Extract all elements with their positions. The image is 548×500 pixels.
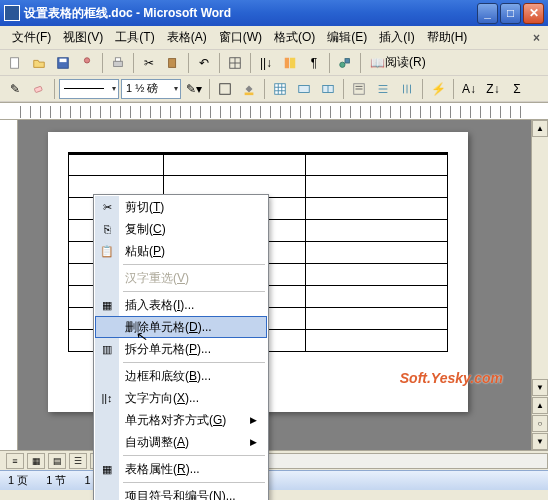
separator [54,79,55,99]
svg-rect-11 [290,57,295,68]
menubar: 文件(F) 视图(V) 工具(T) 表格(A) 窗口(W) 格式(O) 编辑(E… [0,26,548,50]
menu-item-label: 插入表格(I)... [125,297,194,314]
context-menu-item[interactable]: ✂剪切(T) [95,196,267,218]
context-menu-separator [123,362,265,363]
menu-edit[interactable]: 编辑(E) [321,26,373,49]
svg-rect-2 [60,58,67,62]
menu-help[interactable]: 帮助(H) [421,26,474,49]
new-doc-button[interactable] [4,52,26,74]
draw-table-button[interactable]: ✎ [4,78,26,100]
next-page-button[interactable]: ▼ [532,433,548,450]
open-button[interactable] [28,52,50,74]
context-menu-item[interactable]: 📋粘贴(P) [95,240,267,262]
context-menu-item[interactable]: ⎘复制(C) [95,218,267,240]
separator [219,53,220,73]
menu-file[interactable]: 文件(F) [6,26,57,49]
table-context-menu: ✂剪切(T)⎘复制(C)📋粘贴(P)汉字重选(V)▦插入表格(I)...删除单元… [93,194,269,500]
svg-point-12 [340,62,345,67]
menu-item-label: 自动调整(A) [125,434,189,451]
menu-item-label: 汉字重选(V) [125,270,189,287]
svg-rect-10 [285,57,289,68]
separator [250,53,251,73]
prev-page-button[interactable]: ▲ [532,397,548,414]
vertical-scrollbar[interactable]: ▲ ▼ ▲ ○ ▼ [531,120,548,450]
svg-rect-17 [275,83,286,94]
outside-border-button[interactable] [214,78,236,100]
distribute-cols-button[interactable] [396,78,418,100]
border-color-button[interactable]: ✎▾ [183,78,205,100]
svg-rect-16 [245,92,254,95]
browse-object-button[interactable]: ○ [532,415,548,432]
menu-window[interactable]: 窗口(W) [213,26,268,49]
context-menu-separator [123,264,265,265]
context-menu-item[interactable]: 删除单元格(D)... [95,316,267,338]
shading-color-button[interactable] [238,78,260,100]
print-button[interactable] [107,52,129,74]
menu-table[interactable]: 表格(A) [161,26,213,49]
permission-button[interactable] [76,52,98,74]
autosum-button[interactable]: Σ [506,78,528,100]
scroll-up-button[interactable]: ▲ [532,120,548,137]
minimize-button[interactable]: _ [477,3,498,24]
tables-borders-button[interactable] [224,52,246,74]
print-view-button[interactable]: ▤ [48,453,66,469]
outline-view-button[interactable]: ☰ [69,453,87,469]
menu-item-label: 粘贴(P) [125,243,165,260]
separator [453,79,454,99]
titlebar: 设置表格的框线.doc - Microsoft Word _ □ ✕ [0,0,548,26]
svg-rect-6 [169,58,176,67]
web-view-button[interactable]: ▦ [27,453,45,469]
close-button[interactable]: ✕ [523,3,544,24]
sort-desc-button[interactable]: Z↓ [482,78,504,100]
save-button[interactable] [52,52,74,74]
statusbar: 1 页 1 节 1 行 1 列 录制 修订 扩 [0,470,548,490]
show-formatting-button[interactable]: ¶ [303,52,325,74]
document-map-button[interactable] [279,52,301,74]
separator [209,79,210,99]
close-document-button[interactable]: × [529,31,544,45]
undo-button[interactable]: ↶ [193,52,215,74]
paste-icon: 📋 [99,243,115,259]
cut-button[interactable]: ✂ [138,52,160,74]
vertical-ruler[interactable] [0,120,18,450]
align-button[interactable] [348,78,370,100]
separator [329,53,330,73]
eraser-button[interactable] [28,78,50,100]
tableprops-icon: ▦ [99,461,115,477]
context-menu-item[interactable]: 边框和底纹(B)... [95,365,267,387]
separator [422,79,423,99]
autoformat-button[interactable]: ⚡ [427,78,449,100]
menu-insert[interactable]: 插入(I) [373,26,420,49]
context-menu-item[interactable]: 单元格对齐方式(G)▶ [95,409,267,431]
context-menu-separator [123,482,265,483]
insert-table-button[interactable] [269,78,291,100]
context-menu-item[interactable]: ▦表格属性(R)... [95,458,267,480]
menu-view[interactable]: 视图(V) [57,26,109,49]
context-menu-item[interactable]: 项目符号和编号(N)... [95,485,267,500]
svg-rect-5 [115,57,120,61]
split-cells-button[interactable] [317,78,339,100]
menu-tools[interactable]: 工具(T) [109,26,160,49]
distribute-rows-button[interactable] [372,78,394,100]
sort-asc-button[interactable]: A↓ [458,78,480,100]
paste-button[interactable] [162,52,184,74]
merge-cells-button[interactable] [293,78,315,100]
drawing-button[interactable] [334,52,356,74]
context-menu-item[interactable]: ▦插入表格(I)... [95,294,267,316]
context-menu-item[interactable]: ▥拆分单元格(P)... [95,338,267,360]
reading-layout-button[interactable]: 📖 阅读(R) [365,52,431,74]
normal-view-button[interactable]: ≡ [6,453,24,469]
svg-rect-13 [345,58,349,62]
tables-borders-toolbar: ✎ 1 ½ 磅 ✎▾ ⚡ A↓ Z↓ Σ [0,76,548,102]
copy-icon: ⎘ [99,221,115,237]
horizontal-ruler[interactable] [0,102,548,120]
context-menu-item[interactable]: ||↕文字方向(X)... [95,387,267,409]
menu-format[interactable]: 格式(O) [268,26,321,49]
line-style-dropdown[interactable] [59,79,119,99]
context-menu-item[interactable]: 自动调整(A)▶ [95,431,267,453]
line-weight-dropdown[interactable]: 1 ½ 磅 [121,79,181,99]
scroll-down-button[interactable]: ▼ [532,379,548,396]
show-marks-button[interactable]: ||↓ [255,52,277,74]
maximize-button[interactable]: □ [500,3,521,24]
menu-item-label: 边框和底纹(B)... [125,368,211,385]
